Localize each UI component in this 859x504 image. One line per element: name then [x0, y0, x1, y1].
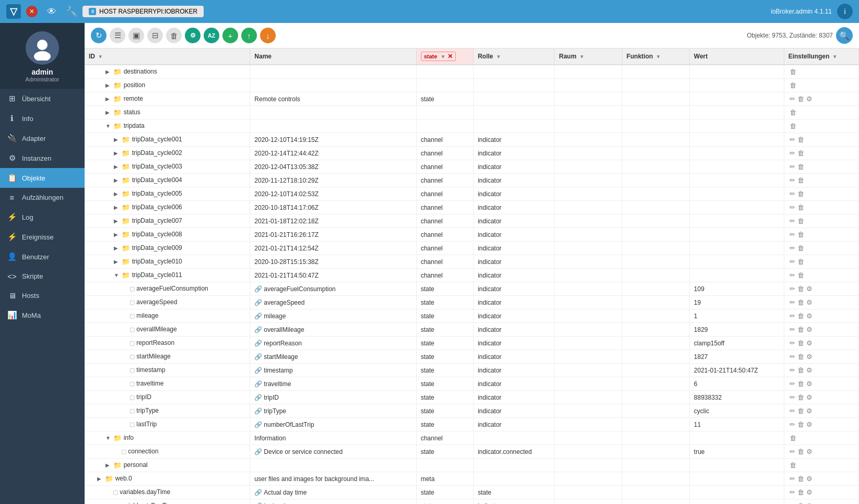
edit-button[interactable]: ✏ [789, 474, 796, 483]
collapse-arrow[interactable]: ▼ [114, 272, 120, 278]
delete-row-button[interactable]: 🗑 [796, 135, 805, 144]
delete-row-button[interactable]: 🗑 [789, 67, 797, 76]
edit-button[interactable]: ✏ [789, 284, 796, 293]
delete-row-button[interactable]: 🗑 [796, 162, 805, 171]
edit-button[interactable]: ✏ [789, 271, 796, 280]
refresh-button[interactable]: ↻ [91, 28, 107, 43]
expand-arrow[interactable]: ▶ [114, 177, 120, 183]
settings-row-button[interactable]: ⚙ [805, 501, 814, 504]
edit-button[interactable]: ✏ [789, 162, 796, 171]
delete-row-button[interactable]: 🗑 [789, 81, 797, 90]
sidebar-item-hosts[interactable]: 🖥 Hosts [0, 286, 85, 305]
edit-button[interactable]: ✏ [789, 176, 796, 185]
delete-row-button[interactable]: 🗑 [796, 474, 805, 483]
delete-row-button[interactable]: 🗑 [796, 339, 805, 347]
expand-arrow[interactable]: ▶ [105, 462, 112, 468]
settings-row-button[interactable]: ⚙ [805, 474, 814, 483]
edit-button[interactable]: ✏ [789, 366, 796, 375]
settings-row-button[interactable]: ⚙ [805, 325, 814, 334]
expand-arrow[interactable]: ▶ [114, 205, 120, 210]
edit-button[interactable]: ✏ [789, 94, 796, 103]
delete-row-button[interactable]: 🗑 [796, 244, 805, 253]
col-state[interactable]: state ▼ ✕ [416, 49, 473, 65]
delete-row-button[interactable]: 🗑 [796, 501, 805, 504]
sort-az-button[interactable]: AZ [204, 28, 219, 43]
settings-row-button[interactable]: ⚙ [805, 488, 814, 497]
expand-arrow[interactable]: ▶ [114, 191, 120, 197]
delete-row-button[interactable]: 🗑 [796, 311, 805, 320]
wrench-icon[interactable]: 🔧 [66, 6, 77, 17]
expand-arrow[interactable]: ▶ [105, 96, 112, 102]
delete-row-button[interactable]: 🗑 [796, 257, 805, 266]
delete-row-button[interactable]: 🗑 [796, 366, 805, 375]
eye-icon[interactable]: 👁 [47, 6, 56, 17]
edit-button[interactable]: ✏ [789, 217, 796, 225]
col-raum[interactable]: Raum ▼ [555, 49, 622, 65]
edit-button[interactable]: ✏ [789, 203, 796, 212]
search-button[interactable]: 🔍 [836, 27, 853, 44]
delete-row-button[interactable]: 🗑 [796, 284, 805, 293]
edit-button[interactable]: ✏ [789, 325, 796, 334]
collapse-arrow[interactable]: ▼ [105, 435, 112, 441]
delete-row-button[interactable]: 🗑 [796, 189, 805, 198]
edit-button[interactable]: ✏ [789, 352, 796, 361]
settings-row-button[interactable]: ⚙ [805, 393, 814, 402]
expand-arrow[interactable]: ▶ [114, 137, 120, 142]
edit-button[interactable]: ✏ [789, 393, 796, 402]
edit-button[interactable]: ✏ [789, 420, 796, 429]
expand-arrow[interactable]: ▶ [114, 218, 120, 224]
delete-row-button[interactable]: 🗑 [796, 298, 805, 307]
edit-button[interactable]: ✏ [789, 406, 796, 415]
expand-arrow[interactable]: ▶ [114, 259, 120, 265]
sidebar-item-uebersicht[interactable]: ⊞ Übersicht [0, 89, 85, 109]
sidebar-item-benutzer[interactable]: 👤 Benutzer [0, 247, 85, 267]
state-filter-clear[interactable]: ✕ [448, 53, 453, 60]
version-icon[interactable]: i [837, 4, 853, 19]
delete-row-button[interactable]: 🗑 [796, 406, 805, 415]
delete-row-button[interactable]: 🗑 [789, 122, 797, 130]
sidebar-item-objekte[interactable]: 📋 Objekte [0, 168, 85, 188]
delete-row-button[interactable]: 🗑 [796, 352, 805, 361]
expand-arrow[interactable]: ▶ [105, 82, 112, 88]
expand-arrow[interactable]: ▶ [114, 245, 120, 251]
sidebar-item-aufzaehlungen[interactable]: ≡ Aufzählungen [0, 188, 85, 207]
delete-button[interactable]: 🗑 [166, 28, 182, 43]
delete-row-button[interactable]: 🗑 [796, 393, 805, 402]
edit-button[interactable]: ✏ [789, 298, 796, 307]
sidebar-item-ereignisse[interactable]: ⚡ Ereignisse [0, 227, 85, 247]
delete-row-button[interactable]: 🗑 [796, 379, 805, 388]
settings-row-button[interactable]: ⚙ [805, 406, 814, 415]
sidebar-item-skripte[interactable]: <> Skripte [0, 267, 85, 286]
edit-button[interactable]: ✏ [789, 311, 796, 320]
settings-row-button[interactable]: ⚙ [805, 447, 814, 456]
user-settings-button[interactable]: ⚙ [185, 28, 201, 43]
upload-button[interactable]: ↑ [241, 28, 257, 43]
delete-row-button[interactable]: 🗑 [796, 203, 805, 212]
sidebar-item-info[interactable]: ℹ Info [0, 109, 85, 128]
add-button[interactable]: + [222, 28, 238, 43]
settings-row-button[interactable]: ⚙ [805, 94, 814, 103]
expand-arrow[interactable]: ▶ [114, 164, 120, 170]
col-funktion[interactable]: Funktion ▼ [622, 49, 689, 65]
delete-row-button[interactable]: 🗑 [796, 94, 805, 103]
edit-button[interactable]: ✏ [789, 135, 796, 144]
edit-button[interactable]: ✏ [789, 501, 796, 504]
collapse-arrow[interactable]: ▼ [105, 123, 112, 129]
topbar-close-btn[interactable]: ✕ [26, 6, 38, 17]
edit-button[interactable]: ✏ [789, 488, 796, 497]
col-rolle[interactable]: Rolle ▼ [473, 49, 555, 65]
download-button[interactable]: ↓ [260, 28, 276, 43]
settings-row-button[interactable]: ⚙ [805, 339, 814, 347]
delete-row-button[interactable]: 🗑 [796, 149, 805, 158]
edit-button[interactable]: ✏ [789, 447, 796, 456]
sidebar-item-instanzen[interactable]: ⚙ Instanzen [0, 148, 85, 168]
edit-button[interactable]: ✏ [789, 244, 796, 253]
delete-row-button[interactable]: 🗑 [796, 271, 805, 280]
delete-row-button[interactable]: 🗑 [789, 434, 797, 442]
edit-button[interactable]: ✏ [789, 230, 796, 239]
expand-arrow[interactable]: ▶ [105, 110, 112, 115]
expand-arrow[interactable]: ▶ [114, 232, 120, 237]
delete-row-button[interactable]: 🗑 [789, 461, 797, 470]
col-wert[interactable]: Wert [689, 49, 784, 65]
host-selector[interactable]: ⏸ HOST RASPBERRYPI:IOBROKER [83, 6, 204, 17]
